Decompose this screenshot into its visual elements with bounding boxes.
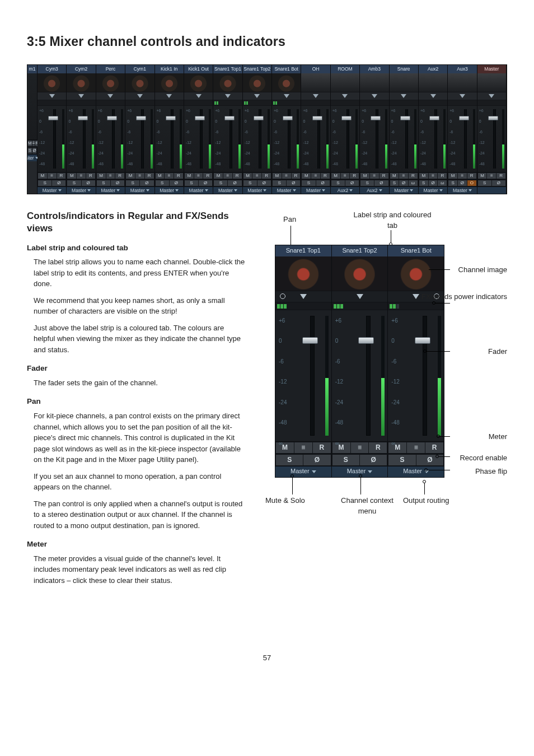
output-routing[interactable]: Master xyxy=(272,186,301,194)
record-button[interactable]: R xyxy=(292,172,301,179)
menu-button[interactable]: ≡ xyxy=(487,172,496,179)
mute-button[interactable]: M xyxy=(243,172,253,179)
pan-control[interactable] xyxy=(332,291,388,302)
output-routing[interactable]: Master xyxy=(301,186,330,194)
menu-button[interactable]: ≡ xyxy=(311,172,321,179)
solo-button[interactable]: S xyxy=(360,180,374,186)
phase-button[interactable]: Ø xyxy=(287,180,301,186)
phase-button[interactable]: Ø xyxy=(374,180,388,186)
record-button[interactable]: R xyxy=(115,172,125,179)
solo-button[interactable]: S xyxy=(67,180,81,186)
pan-control[interactable] xyxy=(301,92,330,100)
menu-button[interactable]: ≡ xyxy=(282,172,292,179)
mute-button[interactable]: M xyxy=(272,172,282,179)
record-button[interactable]: R xyxy=(86,172,96,179)
menu-button[interactable]: ≡ xyxy=(77,172,86,179)
fader-area[interactable]: +60-6-12-24-48∞ xyxy=(332,310,388,441)
pan-control[interactable] xyxy=(125,92,154,100)
pan-control[interactable] xyxy=(96,92,125,100)
channel-label[interactable]: Aux3 xyxy=(448,65,476,73)
output-routing[interactable]: Aux2 xyxy=(331,186,359,194)
output-routing[interactable]: Master xyxy=(184,186,213,194)
menu-button[interactable]: ≡ xyxy=(135,172,145,179)
solo-button[interactable]: S xyxy=(477,180,492,186)
menu-button[interactable]: ≡ xyxy=(48,172,57,179)
channel-label[interactable]: Cym2 xyxy=(67,65,95,73)
channel-label[interactable]: Snare1 Top1 xyxy=(275,245,331,256)
fader-area[interactable] xyxy=(27,73,37,139)
mute-button[interactable]: M xyxy=(301,172,311,179)
solo-button[interactable]: S xyxy=(272,180,287,186)
record-button[interactable]: R xyxy=(262,172,271,179)
fader-area[interactable]: +60-6-12-24-48 xyxy=(301,106,330,172)
mute-button[interactable]: M xyxy=(448,172,458,179)
fader-area[interactable]: +60-6-12-24-48 xyxy=(390,106,418,172)
output-routing[interactable]: Master xyxy=(388,466,444,477)
record-button[interactable]: R xyxy=(409,172,418,179)
output-routing[interactable]: Master xyxy=(243,186,271,194)
fader-area[interactable]: +60-6-12-24-48 xyxy=(448,106,476,172)
channel-label[interactable]: Cym1 xyxy=(125,65,154,73)
fader-area[interactable]: +60-6-12-24-48 xyxy=(331,106,359,172)
pan-control[interactable] xyxy=(275,291,331,302)
solo-button[interactable]: S xyxy=(243,180,257,186)
fader-area[interactable]: +60-6-12-24-48 xyxy=(272,106,301,172)
phase-button[interactable]: Ø xyxy=(458,180,467,186)
record-button[interactable]: R xyxy=(467,172,477,179)
solo-button[interactable]: S xyxy=(155,180,170,186)
menu-button[interactable]: ≡ xyxy=(106,172,116,179)
channel-label[interactable]: m1 xyxy=(27,65,37,73)
fader-area[interactable]: +60-6-12-24-48∞ xyxy=(275,310,331,441)
phase-button[interactable]: Ø xyxy=(170,180,184,186)
menu-button[interactable]: ≡ xyxy=(341,172,350,179)
phase-button[interactable]: Ø xyxy=(429,180,438,186)
phase-button[interactable]: Ø xyxy=(492,180,506,186)
fader-area[interactable]: +60-6-12-24-48 xyxy=(360,106,388,172)
phase-button[interactable]: Ø xyxy=(303,454,331,466)
phase-button[interactable]: Ø xyxy=(345,180,359,186)
output-routing[interactable]: Master xyxy=(448,186,476,194)
fader-area[interactable]: +60-6-12-24-48∞ xyxy=(388,310,444,441)
pan-control[interactable] xyxy=(360,92,388,100)
mute-button[interactable]: M xyxy=(390,172,400,179)
fader-area[interactable]: +60-6-12-24-48 xyxy=(184,106,213,172)
channel-label[interactable]: Master xyxy=(477,65,506,73)
pan-control[interactable] xyxy=(477,92,506,100)
solo-button[interactable]: S xyxy=(125,180,140,186)
menu-button[interactable]: ≡ xyxy=(351,442,369,454)
output-routing[interactable]: Master xyxy=(419,186,447,194)
channel-label[interactable]: Snare1 Bot xyxy=(388,245,444,256)
fader-area[interactable]: +60-6-12-24-48 xyxy=(477,106,506,172)
menu-button[interactable]: ≡ xyxy=(252,172,262,179)
channel-label[interactable]: Kick1 In xyxy=(155,65,184,73)
record-button[interactable]: R xyxy=(350,172,359,179)
record-button[interactable]: R xyxy=(425,442,444,454)
record-button[interactable]: R xyxy=(313,442,331,454)
menu-button[interactable]: ≡ xyxy=(458,172,467,179)
channel-label[interactable]: Snare1 Top1 xyxy=(213,65,242,73)
menu-button[interactable]: ≡ xyxy=(407,442,425,454)
channel-label[interactable]: Perc xyxy=(96,65,125,73)
pan-control[interactable] xyxy=(243,92,271,100)
mute-button[interactable]: M xyxy=(213,172,223,179)
solo-button[interactable]: S xyxy=(390,180,400,186)
output-routing[interactable] xyxy=(477,186,506,194)
pan-control[interactable] xyxy=(331,92,359,100)
mute-button[interactable]: M xyxy=(27,140,32,147)
fader-area[interactable]: +60-6-12-24-48 xyxy=(243,106,271,172)
record-button[interactable]: R xyxy=(438,172,447,179)
record-button[interactable]: R xyxy=(380,172,389,179)
record-button[interactable]: R xyxy=(496,172,506,179)
output-routing[interactable]: Master xyxy=(390,186,418,194)
menu-button[interactable]: ≡ xyxy=(370,172,380,179)
pan-control[interactable] xyxy=(184,92,213,100)
phase-button[interactable]: Ø xyxy=(316,180,330,186)
channel-label[interactable]: ROOM xyxy=(331,65,359,73)
solo-button[interactable]: S xyxy=(331,180,345,186)
menu-button[interactable]: ≡ xyxy=(194,172,204,179)
fader-area[interactable]: +60-6-12-24-48 xyxy=(67,106,95,172)
output-routing[interactable]: Master xyxy=(213,186,242,194)
record-button[interactable]: R xyxy=(174,172,184,179)
output-routing[interactable]: ster xyxy=(27,154,37,161)
phase-button[interactable]: Ø xyxy=(52,180,66,186)
